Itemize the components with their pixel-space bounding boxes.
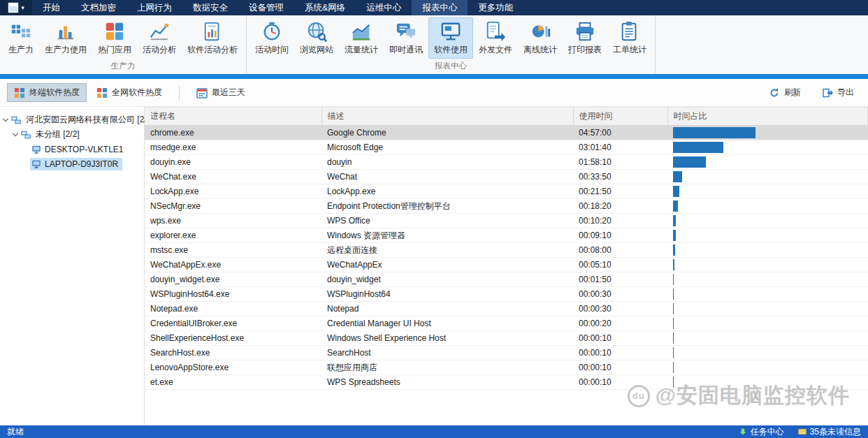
ribbon-item-software-activity[interactable]: 软件活动分析: [182, 17, 243, 59]
menubar-item-1[interactable]: 开始: [32, 0, 71, 15]
ribbon-item-chat[interactable]: 即时通讯: [384, 17, 428, 59]
table-row[interactable]: WSPluginHost64.exeWSPluginHost6400:00:30: [145, 287, 868, 302]
app-menu-button[interactable]: ▾: [0, 0, 32, 15]
table-row[interactable]: wps.exeWPS Office00:10:20: [145, 214, 868, 228]
usage-bar: [673, 274, 674, 285]
ribbon-item-label: 离线统计: [523, 44, 557, 56]
menubar-item-4[interactable]: 数据安全: [182, 0, 238, 15]
activity-analysis-icon: [149, 21, 170, 42]
table-row[interactable]: WeChatAppEx.exeWeChatAppEx00:05:10: [145, 258, 868, 272]
ribbon-item-printer[interactable]: 打印报表: [563, 17, 607, 59]
ribbon-group-2: 活动时间浏览网站流量统计即时通讯软件使用外发文件离线统计打印报表工单统计报表中心: [247, 15, 656, 74]
statusbar-right: 任务中心 35条未读信息: [739, 426, 861, 438]
usage-bar: [673, 171, 682, 182]
caret-down-icon: ▾: [21, 5, 24, 11]
unread-messages-button[interactable]: 35条未读信息: [798, 426, 861, 438]
usage-bar: [673, 318, 674, 329]
calendar-icon: [196, 87, 208, 98]
terminal-software-heat-button[interactable]: 终端软件热度: [7, 83, 87, 102]
column-header[interactable]: 使用时间: [573, 108, 667, 126]
cell-desc: Google Chrome: [321, 126, 573, 140]
column-header[interactable]: 进程名: [145, 108, 321, 126]
cell-desc: SearchHost: [321, 346, 573, 360]
table-row[interactable]: mstsc.exe远程桌面连接00:08:00: [145, 243, 868, 258]
cell-process: et.exe: [145, 375, 321, 390]
network-software-heat-button[interactable]: 全网软件热度: [89, 83, 169, 102]
task-center-button[interactable]: 任务中心: [739, 426, 784, 438]
software-usage-icon: [440, 21, 461, 42]
tree-item-computer[interactable]: DESKTOP-VLKTLE1: [0, 142, 144, 156]
usage-bar: [673, 127, 755, 138]
table-row[interactable]: et.exeWPS Spreadsheets00:00:10: [145, 375, 868, 390]
table-row[interactable]: LockApp.exeLockApp.exe00:21:50: [145, 184, 868, 199]
ribbon-item-hot-apps[interactable]: 热门应用: [92, 17, 137, 59]
usage-bar: [673, 347, 674, 358]
table-row[interactable]: chrome.exeGoogle Chrome04:57:00: [145, 126, 868, 140]
table-header-row: 进程名描述使用时间时间占比: [145, 108, 868, 126]
button-label: 全网软件热度: [112, 87, 162, 98]
ribbon-item-activity-analysis[interactable]: 活动分析: [137, 17, 182, 59]
table-row[interactable]: NSecMgr.exeEndpoint Protection管理控制平台00:1…: [145, 199, 868, 214]
ribbon-item-label: 打印报表: [568, 44, 602, 56]
column-header[interactable]: 时间占比: [667, 108, 868, 126]
date-range-button[interactable]: 最近三天: [189, 83, 252, 102]
table-row[interactable]: douyin.exedouyin01:58:10: [145, 155, 868, 170]
column-header[interactable]: 描述: [321, 108, 573, 126]
cell-usage-bar: [667, 360, 868, 375]
expand-arrow-icon[interactable]: [3, 116, 8, 122]
productivity-grid-icon: [10, 21, 31, 42]
ribbon-item-globe[interactable]: 浏览网站: [294, 17, 339, 59]
menubar-item-3[interactable]: 上网行为: [126, 0, 182, 15]
menubar-item-6[interactable]: 系统&网络: [294, 0, 356, 15]
group-name: 未分组 [2/2]: [34, 127, 84, 142]
table-row[interactable]: SearchHost.exeSearchHost00:00:10: [145, 346, 868, 360]
table-row[interactable]: CredentialUIBroker.exeCredential Manager…: [145, 316, 868, 331]
ribbon-item-outgoing-file[interactable]: 外发文件: [473, 17, 518, 59]
ribbon-item-traffic[interactable]: 流量统计: [339, 17, 384, 59]
ribbon-item-productivity-grid[interactable]: 生产力: [3, 17, 39, 59]
menubar-item-2[interactable]: 文档加密: [71, 0, 126, 15]
tree-item-ungrouped[interactable]: 未分组 [2/2]: [0, 127, 144, 142]
download-icon: [739, 428, 747, 436]
refresh-button[interactable]: 刷新: [762, 83, 808, 102]
usage-bar: [673, 259, 674, 270]
heat-icon: [14, 87, 25, 98]
menubar-item-5[interactable]: 设备管理: [238, 0, 294, 15]
cell-usage-bar: [667, 170, 868, 184]
table-row[interactable]: WeChat.exeWeChat00:33:50: [145, 170, 868, 184]
toolbar: 终端软件热度 全网软件热度 最近三天 刷新 导出: [0, 79, 868, 107]
export-button[interactable]: 导出: [815, 83, 861, 102]
usage-bar: [673, 142, 723, 153]
cell-time: 01:58:10: [573, 155, 667, 170]
menubar: ▾ 开始文档加密上网行为数据安全设备管理系统&网络运维中心报表中心更多功能: [0, 0, 868, 15]
toolbar-separator: [179, 86, 180, 100]
menubar-item-7[interactable]: 运维中心: [356, 0, 412, 15]
table-row[interactable]: douyin_widget.exedouyin_widget00:01:50: [145, 272, 868, 287]
ribbon-item-productivity-usage[interactable]: 生产力使用: [39, 17, 92, 59]
export-icon: [822, 87, 833, 98]
ribbon-item-offline-stats[interactable]: 离线统计: [518, 17, 563, 59]
cell-time: 00:09:10: [573, 228, 667, 243]
usage-bar: [673, 333, 674, 344]
table-row[interactable]: msedge.exeMicrosoft Edge03:01:40: [145, 140, 868, 155]
tree-item-computer[interactable]: LAPTOP-D9J3IT0R: [0, 156, 144, 171]
table-row[interactable]: ShellExperienceHost.exeWindows Shell Exp…: [145, 331, 868, 346]
ribbon-item-clock[interactable]: 活动时间: [249, 17, 294, 59]
menubar-item-8[interactable]: 报表中心: [412, 0, 468, 15]
table-row[interactable]: explorer.exeWindows 资源管理器00:09:10: [145, 228, 868, 243]
ribbon-item-work-order[interactable]: 工单统计: [607, 17, 652, 59]
refresh-icon: [769, 87, 780, 98]
cell-time: 00:00:10: [573, 375, 667, 390]
ribbon-item-software-usage[interactable]: 软件使用: [428, 17, 473, 59]
menubar-item-9[interactable]: 更多功能: [468, 0, 523, 15]
app-window: ▾ 开始文档加密上网行为数据安全设备管理系统&网络运维中心报表中心更多功能 生产…: [0, 0, 868, 438]
tree-item-company[interactable]: 河北安固云网络科技有限公司 [2/2]: [0, 112, 144, 127]
cell-desc: LockApp.exe: [321, 184, 573, 199]
cell-time: 00:01:50: [573, 272, 667, 287]
table-row[interactable]: LenovoAppStore.exe联想应用商店00:00:10: [145, 360, 868, 375]
ribbon-item-label: 流量统计: [345, 44, 378, 56]
table-row[interactable]: Notepad.exeNotepad00:00:30: [145, 302, 868, 316]
ribbon-group-1: 生产力生产力使用热门应用活动分析软件活动分析生产力: [0, 15, 247, 74]
company-name: 河北安固云网络科技有限公司 [2/2]: [24, 112, 158, 127]
expand-arrow-icon[interactable]: [13, 131, 18, 136]
